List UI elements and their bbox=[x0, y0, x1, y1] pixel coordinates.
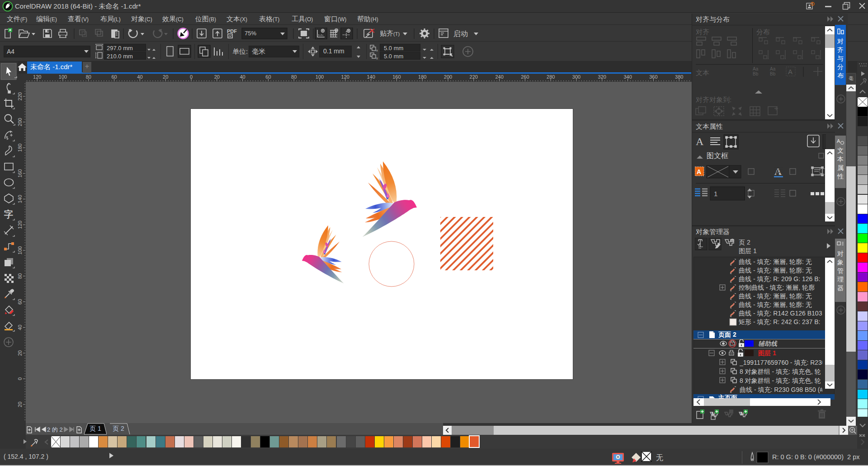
svg-text:260: 260 bbox=[521, 74, 529, 80]
svg-text:x: x bbox=[376, 48, 378, 52]
svg-text:40: 40 bbox=[18, 325, 23, 330]
svg-text:80: 80 bbox=[86, 74, 91, 80]
svg-text:1: 1 bbox=[714, 190, 717, 198]
svg-text:120: 120 bbox=[33, 74, 41, 80]
svg-text:120: 120 bbox=[341, 74, 349, 80]
svg-text:140: 140 bbox=[18, 195, 23, 203]
svg-text:20: 20 bbox=[18, 350, 23, 356]
svg-text:A: A bbox=[788, 68, 793, 75]
svg-text:120: 120 bbox=[18, 221, 23, 229]
svg-text:2: 2 bbox=[741, 412, 743, 416]
svg-text:80: 80 bbox=[18, 273, 23, 279]
svg-text:60: 60 bbox=[265, 74, 271, 80]
svg-text:80: 80 bbox=[291, 74, 297, 80]
svg-text:60: 60 bbox=[111, 74, 117, 80]
svg-text:220: 220 bbox=[18, 92, 23, 100]
svg-text:380: 380 bbox=[675, 74, 683, 80]
svg-text:180: 180 bbox=[18, 144, 23, 152]
svg-text:20: 20 bbox=[214, 74, 220, 80]
svg-text:Bb: Bb bbox=[770, 71, 776, 76]
svg-text:140: 140 bbox=[367, 74, 375, 80]
svg-text:贴齐(T): 贴齐(T) bbox=[380, 29, 400, 37]
svg-text:Aa: Aa bbox=[770, 66, 776, 71]
svg-text:启动: 启动 bbox=[453, 30, 468, 38]
svg-text:160: 160 bbox=[392, 74, 401, 80]
svg-text:340: 340 bbox=[623, 74, 632, 80]
svg-text:A: A bbox=[837, 138, 840, 144]
svg-text:220: 220 bbox=[470, 74, 478, 80]
svg-text:60: 60 bbox=[18, 299, 23, 304]
svg-text:180: 180 bbox=[418, 74, 426, 80]
svg-text:320: 320 bbox=[598, 74, 606, 80]
svg-text:40: 40 bbox=[240, 74, 245, 80]
svg-text:40: 40 bbox=[137, 74, 142, 80]
svg-text:20: 20 bbox=[163, 74, 168, 80]
svg-text:200: 200 bbox=[444, 74, 452, 80]
svg-text:360: 360 bbox=[649, 74, 657, 80]
svg-text:0: 0 bbox=[18, 377, 23, 380]
svg-text:100: 100 bbox=[18, 246, 23, 254]
svg-text:100: 100 bbox=[59, 74, 67, 80]
svg-text:PDF: PDF bbox=[227, 28, 237, 34]
svg-text:A: A bbox=[697, 168, 701, 175]
svg-text:200: 200 bbox=[18, 118, 23, 126]
svg-text:字: 字 bbox=[4, 209, 13, 219]
svg-text:280: 280 bbox=[547, 74, 555, 80]
svg-text:100: 100 bbox=[316, 74, 324, 80]
svg-text:75%: 75% bbox=[245, 30, 256, 37]
svg-text:1: 1 bbox=[712, 412, 714, 416]
svg-text:A: A bbox=[696, 136, 704, 147]
svg-text:240: 240 bbox=[495, 74, 503, 80]
svg-text:20: 20 bbox=[18, 402, 23, 407]
svg-text:y: y bbox=[376, 56, 378, 60]
svg-text:160: 160 bbox=[18, 169, 23, 177]
svg-text:300: 300 bbox=[572, 74, 580, 80]
svg-text:0: 0 bbox=[190, 74, 193, 80]
svg-text:Aa: Aa bbox=[753, 66, 759, 71]
svg-text:Bb: Bb bbox=[753, 71, 759, 76]
